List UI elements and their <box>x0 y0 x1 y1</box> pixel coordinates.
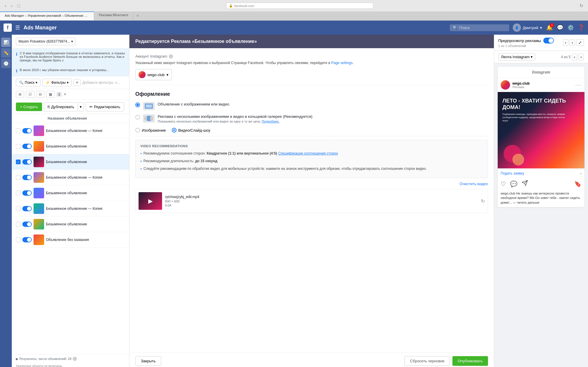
caption-text: wego.club Не знаешь как интересно провес… <box>501 192 580 204</box>
refresh-icon[interactable]: ↻ <box>481 198 485 204</box>
user-avatar[interactable]: 👤 Дмитрий ▾ <box>513 24 542 32</box>
image-radio-label[interactable]: Изображение <box>135 128 166 133</box>
preview-expand-btn[interactable]: ⤢ <box>576 39 584 46</box>
preview-prev-btn[interactable]: ‹ <box>563 39 569 46</box>
row-checkbox[interactable] <box>16 237 21 242</box>
row-toggle[interactable] <box>22 128 32 133</box>
instagram-account-selector[interactable]: wego.club ▾ <box>135 69 172 80</box>
row-toggle[interactable] <box>22 159 32 165</box>
clock-icon-btn[interactable]: 🕐 <box>1 59 11 68</box>
radio-carousel[interactable] <box>135 115 140 120</box>
back-button[interactable]: ‹ <box>4 3 7 9</box>
bookmark-icon[interactable]: 🔖 <box>574 180 582 187</box>
table-row[interactable]: Безымянное объявление — Копия <box>12 123 129 139</box>
like-icon[interactable]: ♡ <box>501 180 506 187</box>
nav-search[interactable]: 🔍 <box>450 24 509 31</box>
reload-button[interactable]: ↻ <box>578 2 584 9</box>
row-toggle[interactable] <box>22 144 32 149</box>
row-toggle[interactable] <box>22 206 32 211</box>
edit-icon-btn[interactable]: ✏️ <box>1 48 11 58</box>
forward-button[interactable]: › <box>10 3 14 9</box>
table-row[interactable]: Безымянное объявление <box>12 185 129 201</box>
close-button[interactable]: Закрыть <box>135 356 161 366</box>
row-checkbox[interactable] <box>16 191 21 195</box>
view-btn-2[interactable]: ☑ <box>26 91 34 98</box>
preview-card: Instagram wego.club Реклама ··· ЛЕТО - Х… <box>498 67 584 207</box>
main-layout: 📊 ✏️ 🕐 Maxim Poluektov (8263779974... ▾ … <box>0 35 588 367</box>
table-row[interactable]: Безымянное объявление <box>12 217 129 232</box>
radio-single[interactable] <box>135 103 140 107</box>
view-badge: 1 <box>56 92 62 97</box>
publish-button[interactable]: Опубликовать <box>452 356 488 366</box>
row-checkbox[interactable] <box>16 222 21 227</box>
search-filter-btn[interactable]: 🔍 Поиск ▾ <box>16 79 41 86</box>
placement-selector[interactable]: Лента Instagram ▾ <box>498 53 535 61</box>
footer-stats[interactable]: ▶ Результаты, число объявлений: 28 i <box>12 354 129 363</box>
address-bar[interactable]: 🔒 facebook.com <box>226 3 373 9</box>
preview-toggle-switch[interactable] <box>543 38 554 43</box>
table-row[interactable]: Безымянное объявление — Копия <box>12 170 129 185</box>
info-circle-stats[interactable]: i <box>73 357 77 361</box>
new-tab-button[interactable]: + <box>133 11 142 20</box>
row-checkbox[interactable] <box>16 128 21 133</box>
hamburger-menu[interactable]: ☰ <box>15 24 20 31</box>
preview-next-btn[interactable]: › <box>569 39 575 46</box>
search-icon: 🔍 <box>453 26 457 30</box>
placement-prev-btn[interactable]: ‹ <box>572 54 577 60</box>
reset-button[interactable]: Сбросить черновик <box>404 356 450 366</box>
inactive-tab[interactable]: Реклама ВКонтакте <box>94 11 133 20</box>
settings-icon[interactable]: ⚙️ <box>567 24 574 31</box>
comment-icon[interactable]: 💬 <box>510 180 517 187</box>
edit-button[interactable]: ✏ Редактировать <box>86 102 124 111</box>
placement-chevron: ▾ <box>531 55 533 59</box>
placement-next-btn[interactable]: › <box>578 54 584 60</box>
row-checkbox[interactable] <box>16 144 21 149</box>
duplicate-chevron[interactable]: ▾ <box>78 102 84 111</box>
row-checkbox[interactable]: ✓ <box>16 160 21 164</box>
table-row[interactable]: Безымянное объявление <box>12 139 129 154</box>
image-radio[interactable] <box>135 128 140 133</box>
row-checkbox[interactable] <box>16 175 21 180</box>
edit-footer: Закрыть Сбросить черновик Опубликовать <box>129 352 494 367</box>
row-toggle[interactable] <box>22 190 32 196</box>
account-selector[interactable]: Maxim Poluektov (8263779974... ▾ <box>16 38 76 45</box>
item-count: 4 из 5 <box>561 55 570 59</box>
close-button[interactable]: □ <box>16 3 21 9</box>
create-button[interactable]: + Создать <box>16 103 42 111</box>
view-btn-4[interactable]: ▦ <box>46 91 55 98</box>
plus-icon: + <box>20 105 22 109</box>
row-toggle[interactable] <box>22 237 32 242</box>
row-toggle[interactable] <box>22 175 32 180</box>
search-input[interactable] <box>459 26 506 30</box>
instagram-info-icon[interactable]: i <box>169 54 173 58</box>
share-icon[interactable] <box>522 180 528 188</box>
post-user-info: wego.club Реклама <box>512 81 530 89</box>
row-checkbox[interactable] <box>16 206 21 211</box>
filter-add-btn[interactable]: + <box>74 79 81 86</box>
cta-link[interactable]: Подать заявку <box>501 171 524 175</box>
clear-video-btn[interactable]: Очистить видео <box>135 182 488 186</box>
more-options[interactable]: ··· <box>575 82 582 88</box>
duplicate-button[interactable]: ⎘ Дублировать <box>44 102 78 111</box>
aspect-ratio-link[interactable]: Спецификации соотношения сторон <box>278 151 338 155</box>
page-settings-link[interactable]: Page settings <box>331 61 353 65</box>
notification-bell[interactable]: 🔔 3 <box>546 24 553 31</box>
help-icon[interactable]: ❓ <box>578 24 584 31</box>
view-btn-1[interactable]: ⊞ <box>16 91 24 98</box>
row-toggle[interactable] <box>22 222 32 227</box>
messages-icon[interactable]: 💬 <box>557 24 563 31</box>
table-row[interactable]: Объявление без названия <box>12 232 129 248</box>
video-radio[interactable] <box>172 128 176 133</box>
ad-thumbnail <box>34 172 44 183</box>
learn-more-link[interactable]: Подробнее. <box>262 120 279 123</box>
view-btn-3[interactable]: ⊟ <box>36 91 44 98</box>
table-row[interactable]: ✓ Безымянное объявление <box>12 154 129 170</box>
filters-btn[interactable]: ⚡ Фильтры ▾ <box>42 79 72 86</box>
chart-icon-btn[interactable]: 📊 <box>1 38 11 47</box>
duplicate-label: Дублировать <box>51 105 74 109</box>
table-row[interactable]: Безымянное объявление — Копия <box>12 201 129 217</box>
video-radio-label[interactable]: Видео/Слайд-шоу <box>172 128 210 133</box>
view-badge-close[interactable]: ✕ <box>64 92 66 96</box>
view-controls: ⊞ ☑ ⊟ ▦ 1 ✕ <box>12 89 129 100</box>
active-tab[interactable]: Ads Manager – Управление рекламой – Объя… <box>0 11 94 20</box>
